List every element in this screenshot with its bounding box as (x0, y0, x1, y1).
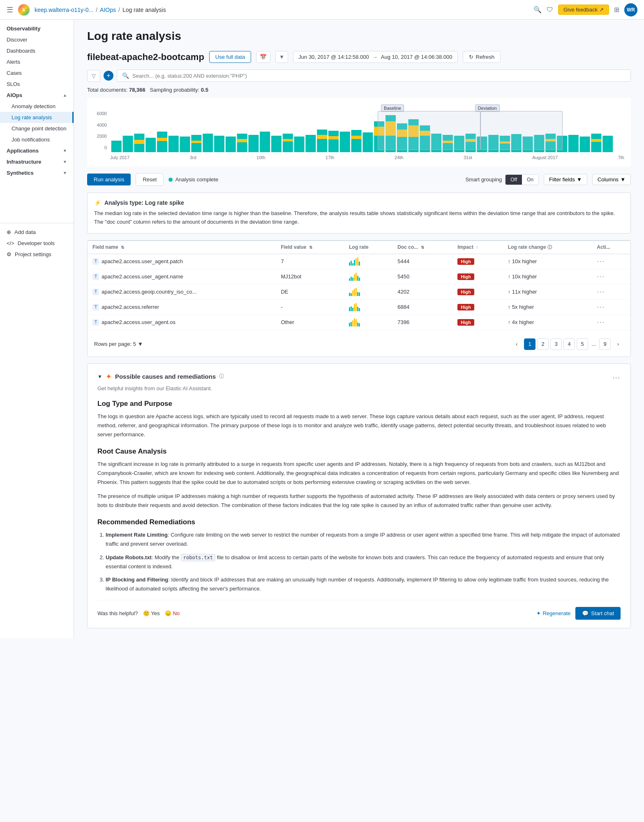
feedback-yes-button[interactable]: 🙂 Yes (143, 610, 160, 616)
page-ellipsis: ... (590, 341, 598, 347)
ai-subtitle: Get helpful insights from our Elastic AI… (97, 385, 621, 391)
row-actions[interactable]: ··· (592, 284, 630, 299)
page-9-button[interactable]: 9 (599, 338, 611, 350)
regenerate-button[interactable]: ✦ Regenerate (536, 610, 570, 616)
toggle-off-button[interactable]: Off (506, 175, 522, 185)
col-doc-count[interactable]: Doc co... ⇅ (392, 241, 452, 254)
feedback-no-button[interactable]: 😞 No (165, 610, 180, 616)
breadcrumb-current: Log rate analysis (122, 7, 166, 13)
use-full-data-button[interactable]: Use full data (209, 51, 251, 63)
breadcrumb-instance[interactable]: keep.walterra-o11y-0... (35, 7, 93, 13)
sidebar-item-dashboards[interactable]: Dashboards (0, 45, 74, 56)
date-to: Aug 10, 2017 @ 14:06:38.000 (381, 54, 452, 60)
svg-rect-4 (145, 138, 156, 152)
chart-container: Baseline Deviation 6000 4000 2000 0 (87, 98, 631, 167)
avatar[interactable]: WR (624, 3, 637, 16)
svg-rect-17 (260, 132, 270, 152)
sidebar-item-log-rate[interactable]: Log rate analysis (0, 112, 74, 123)
applications-header[interactable]: Applications ▼ (0, 145, 74, 156)
ai-section-log-type: Log Type and Purpose (97, 400, 621, 408)
sidebar-item-change-point[interactable]: Change point detection (0, 123, 74, 134)
sort-icon-doc: ⇅ (421, 245, 424, 250)
add-data-icon: ⊕ (7, 229, 11, 235)
page-3-button[interactable]: 3 (550, 338, 562, 350)
svg-rect-0 (111, 141, 122, 152)
field-name: apache2.access.geoip.country_iso_co... (102, 289, 196, 295)
date-arrow-icon: → (372, 54, 378, 60)
field-name: apache2.access.referrer (102, 304, 159, 310)
x-label-24th: 24th (395, 155, 403, 160)
y-label-4000: 4000 (94, 123, 107, 127)
row-actions[interactable]: ··· (592, 269, 630, 284)
col-field-value[interactable]: Field value ⇅ (276, 241, 344, 254)
assist-button[interactable]: 🛡 (547, 6, 553, 14)
svg-rect-30 (362, 132, 373, 152)
sidebar-item-project-settings[interactable]: ⚙ Project settings (0, 249, 74, 260)
sort-icon-impact: ↑ (476, 245, 478, 250)
rows-per-page-selector[interactable]: Rows per page: 5 ▼ (94, 341, 143, 347)
run-analysis-button[interactable]: Run analysis (87, 174, 131, 185)
calendar-button[interactable]: 📅 (256, 51, 270, 63)
ai-info-icon: ⓘ (219, 373, 224, 380)
date-from: Jun 30, 2017 @ 14:12:58.000 (298, 54, 369, 60)
field-name: apache2.access.user_agent.patch (102, 258, 183, 264)
x-label-7th: 7th (618, 155, 624, 160)
page-2-button[interactable]: 2 (537, 338, 549, 350)
aiops-header[interactable]: AIOps ▲ (0, 90, 74, 101)
sidebar-item-add-data[interactable]: ⊕ Add data (0, 227, 74, 238)
y-label-6000: 6000 (94, 111, 107, 116)
x-label-3rd: 3rd (190, 155, 196, 160)
log-rate-sparkline (344, 284, 392, 299)
infrastructure-chevron-icon: ▼ (63, 160, 67, 164)
sidebar-item-developer-tools[interactable]: </> Developer tools (0, 238, 74, 249)
sidebar-item-cases[interactable]: Cases (0, 67, 74, 79)
page-1-button[interactable]: 1 (524, 338, 536, 350)
field-name: apache2.access.user_agent.os (102, 319, 175, 325)
search-input[interactable] (132, 73, 626, 79)
ai-box-actions-icon[interactable]: ··· (613, 374, 621, 382)
ai-collapse-icon[interactable]: ▼ (97, 374, 102, 380)
filter-fields-button[interactable]: Filter fields ▼ (544, 174, 587, 185)
external-link-icon: ↗ (599, 7, 604, 13)
col-log-rate-change: Log rate change ⓘ (503, 241, 592, 254)
sidebar-item-job-notifications[interactable]: Job notifications (0, 134, 74, 145)
log-rate-change: ↑ 4x higher (503, 315, 592, 330)
next-page-button[interactable]: › (612, 338, 624, 350)
refresh-button[interactable]: ↻ Refresh (463, 51, 501, 63)
synthetics-header[interactable]: Synthetics ▼ (0, 167, 74, 178)
calendar-chevron-button[interactable]: ▼ (275, 51, 288, 63)
row-actions[interactable]: ··· (592, 315, 630, 330)
log-rate-sparkline (344, 315, 392, 330)
start-chat-button[interactable]: 💬 Start chat (575, 607, 621, 620)
sidebar-item-anomaly[interactable]: Anomaly detection (0, 101, 74, 112)
hamburger-icon[interactable]: ☰ (7, 5, 13, 14)
row-actions[interactable]: ··· (592, 254, 630, 269)
prev-page-button[interactable]: ‹ (511, 338, 522, 350)
stats-bar: Total documents: 78,366 Sampling probabi… (87, 87, 631, 93)
logo-icon: k (18, 4, 30, 16)
breadcrumb-aiops[interactable]: AIOps (100, 7, 116, 13)
col-impact[interactable]: Impact ↑ (452, 241, 503, 254)
sidebar-item-slos[interactable]: SLOs (0, 79, 74, 90)
feedback-button[interactable]: Give feedback ↗ (558, 5, 609, 15)
sidebar-item-discover[interactable]: Discover (0, 34, 74, 45)
toggle-on-button[interactable]: On (522, 175, 538, 185)
apps-button[interactable]: ⊞ (614, 6, 619, 14)
page-4-button[interactable]: 4 (563, 338, 575, 350)
add-filter-button[interactable]: + (104, 71, 113, 81)
svg-rect-18 (271, 136, 282, 152)
main-layout: Observability Discover Dashboards Alerts… (0, 20, 644, 638)
columns-chevron-icon: ▼ (620, 176, 626, 183)
row-actions[interactable]: ··· (592, 299, 630, 315)
svg-rect-12 (214, 136, 224, 152)
search-button[interactable]: 🔍 (533, 6, 542, 14)
sidebar-item-alerts[interactable]: Alerts (0, 56, 74, 67)
filter-button[interactable]: ▽ (87, 70, 100, 82)
columns-button[interactable]: Columns ▼ (592, 174, 631, 185)
reset-button[interactable]: Reset (136, 173, 164, 186)
page-5-button[interactable]: 5 (577, 338, 588, 350)
regenerate-icon: ✦ (536, 610, 541, 616)
col-field-name[interactable]: Field name ⇅ (88, 241, 276, 254)
infrastructure-header[interactable]: Infrastructure ▼ (0, 156, 74, 167)
table-row: T apache2.access.user_agent.os Other 739… (88, 315, 630, 330)
